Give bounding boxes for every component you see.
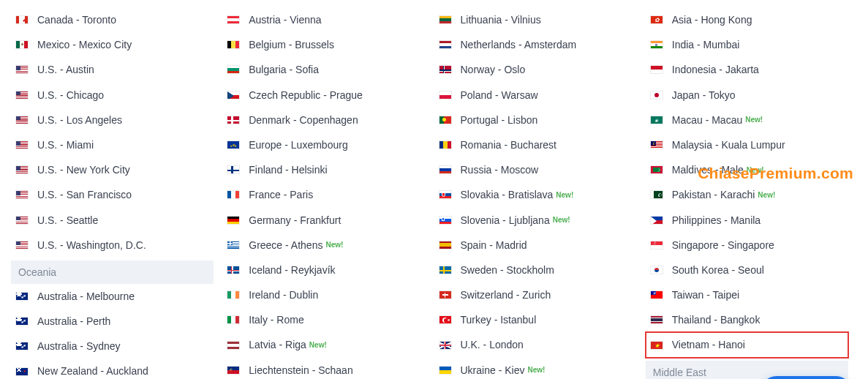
location-item[interactable]: Germany - Frankfurt (222, 208, 425, 233)
location-item[interactable]: South Korea - Seoul (646, 258, 848, 282)
location-item[interactable]: Portugal - Lisbon (434, 108, 637, 132)
location-item[interactable]: Norway - Oslo (434, 57, 637, 82)
location-item[interactable]: Netherlands - Amsterdam (434, 32, 637, 57)
location-label: U.S. - Miami (37, 138, 94, 151)
location-item[interactable]: Sweden - Stockholm (434, 258, 637, 282)
location-label: Slovenia - Ljubljana (461, 214, 550, 227)
location-item[interactable]: Denmark - Copenhagen (222, 108, 425, 132)
location-item[interactable]: U.S. - Chicago (11, 83, 214, 108)
location-item[interactable]: ☽Singapore - Singapore (646, 233, 848, 258)
location-item[interactable]: ☪Malaysia - Kuala Lumpur (646, 132, 848, 157)
location-item[interactable]: Poland - Warsaw (434, 83, 637, 108)
flag-icon: ★★ (15, 342, 29, 350)
location-item[interactable]: Switzerland - Zurich (434, 282, 637, 307)
flag-icon (439, 15, 452, 24)
flag-icon: ✦ (15, 15, 29, 24)
location-item[interactable]: ★Turkey - Istanbul (434, 307, 637, 332)
location-item[interactable]: ✿Asia - Hong Kong (646, 7, 848, 32)
location-item[interactable]: Philippines - Manila (646, 208, 848, 233)
flag-icon: ☽ (650, 165, 663, 174)
location-item[interactable]: Latvia - RigaNew! (222, 332, 425, 357)
location-item[interactable]: India - Mumbai (646, 32, 848, 57)
location-item[interactable]: Belgium - Brussels (222, 32, 425, 57)
location-item[interactable]: ☪Pakistan - KarachiNew! (646, 182, 848, 207)
flag-icon: ♔ (227, 366, 240, 375)
flag-icon (15, 190, 29, 199)
location-item[interactable]: Slovenia - LjubljanaNew! (434, 208, 637, 233)
location-item[interactable]: U.S. - Seattle (11, 208, 214, 233)
location-item[interactable]: Russia - Moscow (434, 157, 637, 182)
flag-icon: ★ (439, 315, 452, 324)
location-item[interactable]: U.S. - New York City (11, 157, 214, 182)
location-label: Latvia - Riga (249, 338, 306, 351)
location-item[interactable]: ✦Canada - Toronto (11, 7, 214, 32)
location-item[interactable]: ★★Australia - Sydney (11, 334, 214, 359)
flag-icon (15, 65, 29, 74)
flag-icon (439, 165, 452, 174)
location-item[interactable]: Italy - Rome (222, 307, 425, 332)
flag-icon (227, 241, 240, 249)
flag-icon (227, 40, 240, 49)
flag-icon (227, 165, 240, 174)
flag-icon: ☽ (650, 241, 663, 249)
location-label: Vietnam - Hanoi (672, 338, 745, 351)
location-label: Philippines - Manila (672, 214, 761, 227)
location-item[interactable]: ★★Australia - Melbourne (11, 284, 214, 309)
location-label: Czech Republic - Prague (249, 89, 363, 102)
location-item[interactable]: ★Vietnam - Hanoi (646, 332, 848, 357)
flag-icon: ✿ (650, 15, 663, 24)
location-label: Iceland - Reykjavík (249, 263, 335, 277)
location-item[interactable]: Lithuania - Vilnius (434, 7, 637, 32)
location-label: Macau - Macau (672, 113, 742, 127)
support-button[interactable]: Support (761, 376, 853, 379)
location-item[interactable]: Spain - Madrid (434, 233, 637, 258)
location-item[interactable]: U.S. - Miami (11, 132, 214, 157)
location-item[interactable]: Slovakia - BratislavaNew! (434, 182, 637, 207)
location-item[interactable]: ♔Liechtenstein - Schaan (222, 358, 425, 379)
new-badge: New! (553, 215, 570, 225)
location-item[interactable]: Greece - AthensNew! (222, 233, 425, 258)
location-label: Netherlands - Amsterdam (461, 38, 577, 51)
location-label: Greece - Athens (249, 239, 322, 252)
location-item[interactable]: Japan - Tokyo (646, 83, 848, 108)
location-label: Canada - Toronto (37, 13, 116, 26)
location-item[interactable]: U.S. - Los Angeles (11, 108, 214, 132)
flag-icon (650, 266, 663, 274)
location-item[interactable]: ★★Australia - Perth (11, 309, 214, 334)
location-item[interactable]: Ukraine - KievNew! (434, 358, 637, 379)
location-item[interactable]: Finland - Helsinki (222, 157, 425, 182)
location-item[interactable]: Iceland - Reykjavík (222, 258, 425, 282)
location-item[interactable]: ★★★Europe - Luxembourg (222, 132, 425, 157)
flag-icon: ☪ (650, 140, 663, 149)
flag-icon: ★ (650, 341, 663, 350)
location-item[interactable]: ☀Taiwan - Taipei (646, 282, 848, 307)
location-column: Austria - ViennaBelgium - BrusselsBulgar… (222, 7, 434, 379)
location-item[interactable]: Ireland - Dublin (222, 282, 425, 307)
location-item[interactable]: Bulgaria - Sofia (222, 57, 425, 82)
location-item[interactable]: Austria - Vienna (222, 7, 425, 32)
location-item[interactable]: Mexico - Mexico City (11, 32, 214, 57)
location-item[interactable]: ❀Macau - MacauNew! (646, 108, 848, 132)
flag-icon: ★★★ (227, 140, 240, 149)
location-item[interactable]: U.S. - Washington, D.C. (11, 233, 214, 258)
location-item[interactable]: Thailand - Bangkok (646, 307, 848, 332)
flag-icon (227, 290, 240, 299)
new-badge: New! (325, 240, 343, 249)
location-item[interactable]: Indonesia - Jakarta (646, 57, 848, 82)
location-item[interactable]: U.K. - London (434, 332, 637, 357)
location-label: Asia - Hong Kong (672, 13, 752, 26)
location-item[interactable]: ★New Zealand - Auckland (11, 359, 214, 379)
location-item[interactable]: U.S. - San Francisco (11, 182, 214, 207)
flag-icon (227, 341, 240, 350)
location-item[interactable]: U.S. - Austin (11, 57, 214, 82)
location-column: Lithuania - VilniusNetherlands - Amsterd… (434, 7, 646, 379)
flag-icon (15, 91, 29, 100)
location-label: Russia - Moscow (461, 163, 539, 176)
flag-icon (439, 40, 452, 49)
location-item[interactable]: ☽Maldives - MaleNew! (646, 157, 848, 182)
location-item[interactable]: Czech Republic - Prague (222, 83, 425, 108)
location-item[interactable]: Romania - Bucharest (434, 132, 637, 157)
location-item[interactable]: France - Paris (222, 182, 425, 207)
location-column: ✿Asia - Hong KongIndia - MumbaiIndonesia… (646, 7, 857, 379)
location-label: Spain - Madrid (461, 239, 527, 252)
